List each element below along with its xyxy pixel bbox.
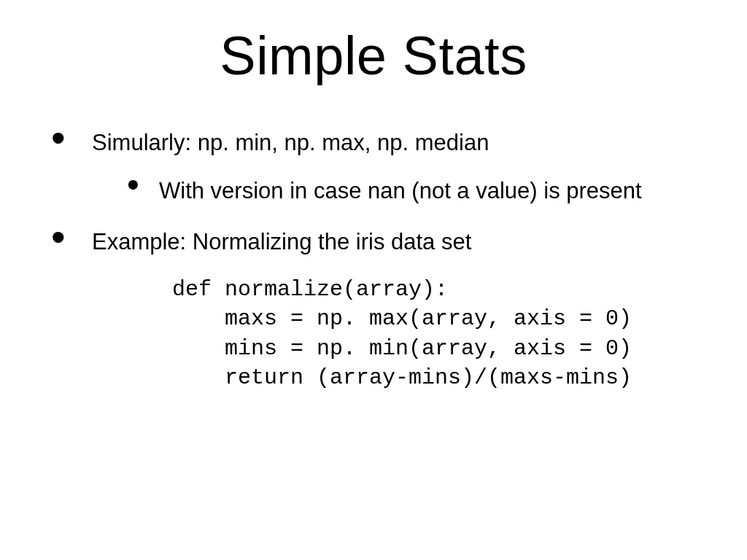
sub-bullet-item: With version in case nan (not a value) i… — [127, 176, 703, 206]
code-block: def normalize(array): maxs = np. max(arr… — [172, 275, 703, 393]
sub-bullet-text: With version in case nan (not a value) i… — [159, 178, 642, 203]
slide: Simple Stats Simularly: np. min, np. max… — [0, 0, 747, 560]
sub-bullet-list: With version in case nan (not a value) i… — [92, 176, 703, 206]
bullet-item-2: Example: Normalizing the iris data set d… — [51, 227, 703, 393]
slide-title: Simple Stats — [0, 0, 747, 87]
bullet-list: Simularly: np. min, np. max, np. median … — [0, 128, 747, 393]
bullet-item-1: Simularly: np. min, np. max, np. median … — [51, 128, 703, 206]
bullet-text: Simularly: np. min, np. max, np. median — [92, 130, 489, 155]
bullet-text: Example: Normalizing the iris data set — [92, 229, 471, 254]
